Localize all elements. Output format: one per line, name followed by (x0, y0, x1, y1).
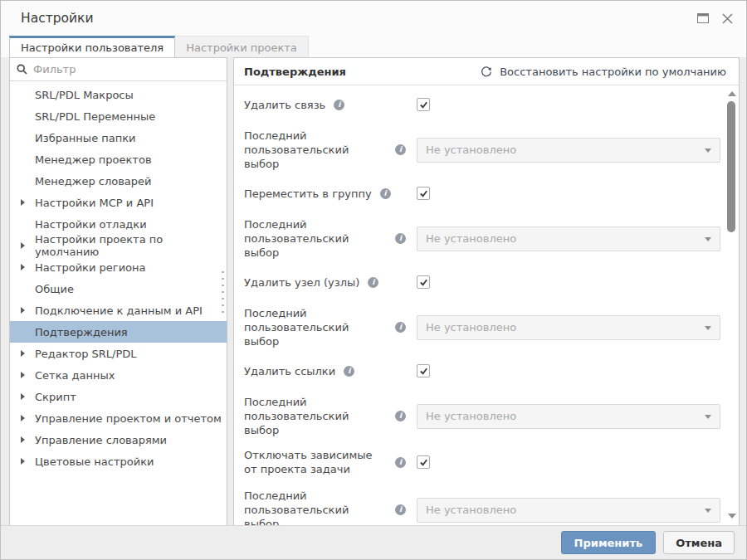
sidebar-item[interactable]: SRL/PDL Макросы (10, 84, 227, 105)
chevron-down-icon (705, 415, 711, 419)
sidebar-item-label: Настройки проекта по умолчанию (35, 233, 227, 258)
splitter-handle[interactable] (222, 271, 224, 313)
sidebar-item-label: Управление проектом и отчетом (35, 412, 222, 425)
setting-label-cell: Последний пользовательский выборi (244, 217, 410, 260)
chevron-down-icon (705, 237, 711, 241)
info-icon[interactable]: i (395, 411, 406, 421)
sidebar-item-label: Редактор SRL/PDL (35, 348, 137, 360)
expand-arrow-icon[interactable] (21, 242, 35, 249)
checkbox[interactable] (417, 98, 430, 111)
sidebar-item[interactable]: Настройки региона (10, 256, 227, 278)
sidebar-item[interactable]: Настройки MCP и API (10, 192, 227, 213)
setting-label-cell: Последний пользовательский выборi (244, 306, 410, 348)
dropdown-select[interactable]: Не установлено (417, 404, 720, 429)
setting-label-cell: Удалить ссылкиi (244, 364, 410, 378)
info-icon[interactable]: i (395, 233, 406, 244)
close-icon[interactable] (722, 13, 733, 24)
checkbox[interactable] (417, 364, 430, 377)
setting-row: Последний пользовательский выборiНе уста… (244, 129, 720, 171)
cancel-button[interactable]: Отмена (663, 531, 735, 554)
sidebar-item[interactable]: Сетка данных (10, 364, 227, 386)
sidebar-item-label: Подтверждения (35, 326, 128, 338)
sidebar-item[interactable]: Управление словарями (10, 429, 227, 450)
checkbox[interactable] (417, 187, 430, 200)
sidebar-item[interactable]: Настройки проекта по умолчанию (10, 235, 227, 256)
sidebar-item[interactable]: Подключение к данным и API (10, 299, 227, 321)
checkbox[interactable] (417, 455, 430, 469)
expand-arrow-icon[interactable] (21, 307, 35, 314)
sidebar-item[interactable]: Подтверждения (10, 321, 227, 343)
setting-label-cell: Удалить связьi (244, 98, 410, 112)
sidebar-item-label: Цветовые настройки (35, 455, 154, 468)
setting-row: Последний пользовательский выборiНе уста… (244, 306, 720, 348)
sidebar-item-label: Общие (35, 283, 74, 295)
setting-label: Последний пользовательский выбор (244, 306, 387, 348)
info-icon[interactable]: i (344, 366, 354, 377)
restore-defaults-label: Восстановить настройки по умолчанию (500, 66, 726, 78)
info-icon[interactable]: i (380, 188, 391, 199)
tab-bar: Настройки пользователяНастройки проекта (9, 36, 738, 57)
panel-header: Подтверждения Восстановить настройки по … (234, 58, 739, 85)
info-icon[interactable]: i (395, 457, 406, 468)
info-icon[interactable]: i (334, 100, 344, 110)
dropdown-select[interactable]: Не установлено (417, 226, 720, 251)
expand-arrow-icon[interactable] (21, 199, 35, 206)
sidebar-item[interactable]: Избранные папки (10, 127, 227, 149)
sidebar-list: SRL/PDL МакросыSRL/PDL ПеременныеИзбранн… (10, 82, 227, 526)
setting-label-cell: Отключать зависимые от проекта задачиi (244, 448, 410, 476)
sidebar-item-label: Настройки региона (35, 261, 146, 274)
info-icon[interactable]: i (395, 504, 406, 515)
setting-label-cell: Последний пользовательский выборi (244, 489, 410, 526)
tab-project-settings[interactable]: Настройки проекта (175, 36, 309, 57)
maximize-icon[interactable] (697, 13, 709, 23)
restore-defaults-button[interactable]: Восстановить настройки по умолчанию (481, 66, 726, 78)
expand-arrow-icon[interactable] (21, 350, 35, 357)
sidebar-item[interactable]: Управление проектом и отчетом (10, 407, 227, 429)
sidebar-item[interactable]: Менеджер словарей (10, 170, 227, 192)
settings-dialog: Настройки Настройки пользователяНастройк… (0, 0, 747, 560)
setting-label: Отключать зависимые от проекта задачи (244, 448, 387, 476)
expand-arrow-icon[interactable] (21, 393, 35, 400)
scrollbar-thumb[interactable] (727, 101, 735, 232)
sidebar-item[interactable]: Менеджер проектов (10, 149, 227, 170)
sidebar-item[interactable]: Цветовые настройки (10, 450, 227, 472)
setting-label-cell: Переместить в группуi (244, 187, 410, 201)
sidebar-item-label: Управление словарями (35, 434, 167, 446)
tab-user-settings[interactable]: Настройки пользователя (9, 36, 175, 57)
expand-arrow-icon (21, 134, 35, 141)
sidebar-item[interactable]: Настройки отладки (10, 213, 227, 235)
setting-label-cell: Последний пользовательский выборi (244, 395, 410, 437)
apply-button[interactable]: Применить (561, 531, 657, 554)
expand-arrow-icon[interactable] (21, 372, 35, 378)
expand-arrow-icon[interactable] (21, 436, 35, 443)
dropdown-value: Не установлено (426, 232, 516, 245)
info-icon[interactable]: i (395, 322, 406, 333)
checkbox[interactable] (417, 275, 430, 289)
setting-label-cell: Последний пользовательский выборi (244, 129, 410, 171)
scrollbar (725, 89, 738, 521)
chevron-down-icon (705, 149, 711, 153)
refresh-icon (481, 66, 492, 77)
sidebar-item[interactable]: Редактор SRL/PDL (10, 343, 227, 364)
expand-arrow-icon[interactable] (21, 264, 35, 270)
filter-input[interactable] (33, 63, 220, 75)
sidebar-item-label: Скрипт (35, 391, 76, 403)
sidebar-item[interactable]: Общие (10, 278, 227, 299)
sidebar-item[interactable]: Скрипт (10, 386, 227, 407)
expand-arrow-icon[interactable] (21, 415, 35, 421)
scrollbar-down-arrow-icon[interactable] (725, 511, 738, 521)
dropdown-select[interactable]: Не установлено (417, 315, 720, 340)
info-icon[interactable]: i (368, 277, 378, 288)
expand-arrow-icon (21, 178, 35, 184)
dropdown-select[interactable]: Не установлено (417, 138, 720, 163)
dropdown-select[interactable]: Не установлено (417, 498, 720, 523)
info-icon[interactable]: i (395, 144, 406, 155)
expand-arrow-icon[interactable] (21, 458, 35, 465)
expand-arrow-icon (21, 285, 35, 292)
scrollbar-up-arrow-icon[interactable] (725, 89, 738, 99)
sidebar-item-label: Подключение к данным и API (35, 304, 203, 317)
expand-arrow-icon (21, 329, 35, 335)
setting-row: Удалить ссылкиi (244, 359, 720, 382)
settings-panel: Подтверждения Восстановить настройки по … (233, 57, 740, 527)
sidebar-item[interactable]: SRL/PDL Переменные (10, 105, 227, 127)
